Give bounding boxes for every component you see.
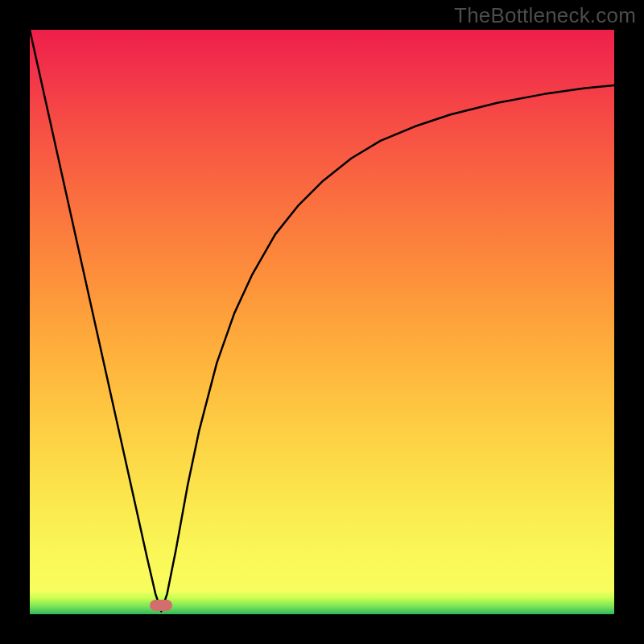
bottleneck-curve (30, 30, 614, 614)
chart-frame: TheBottleneck.com (0, 0, 644, 644)
plot-area (30, 30, 614, 614)
watermark-text: TheBottleneck.com (454, 3, 636, 28)
optimum-marker (150, 600, 172, 611)
curve-path (30, 30, 614, 611)
